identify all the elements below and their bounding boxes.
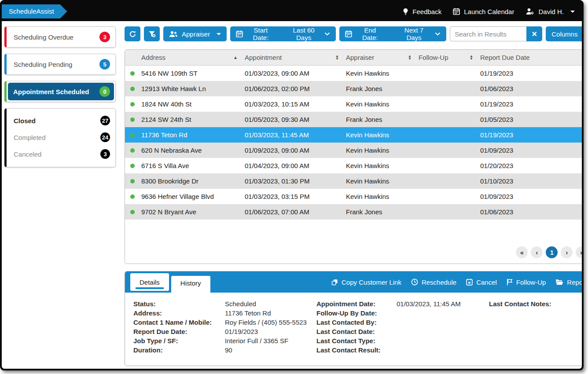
sidebar-item-canceled[interactable]: Canceled 3 xyxy=(14,146,110,162)
sidebar-item-scheduling-pending[interactable]: Scheduling Pending 5 xyxy=(4,54,116,75)
sidebar-item-label: Canceled xyxy=(14,150,41,158)
followup-button[interactable]: Follow-Up xyxy=(507,279,546,286)
column-header-followup[interactable]: Follow-Up ▲▼ xyxy=(419,54,480,61)
column-header-address[interactable]: Address ▲ xyxy=(125,54,245,61)
status-dot-icon xyxy=(130,133,135,137)
field-job-type-sf: Job Type / SF:Interior Full / 3365 SF xyxy=(133,336,316,345)
field-last-contact-type: Last Contact Type: xyxy=(316,336,489,345)
sidebar-item-label: Completed xyxy=(14,134,46,141)
sidebar-item-closed[interactable]: Closed 27 xyxy=(14,112,110,129)
status-sidebar: Scheduling Overdue 3 Scheduling Pending … xyxy=(2,21,116,369)
report-button[interactable]: Report xyxy=(555,279,582,286)
column-header-appraiser[interactable]: Appraiser ▲▼ xyxy=(346,54,419,61)
copy-customer-link-button[interactable]: Copy Customer Link xyxy=(331,279,401,286)
table-row[interactable]: 5416 NW 109th ST 01/03/2023, 09:00 AM Ke… xyxy=(125,66,582,81)
screen: ScheduleAssist Feedback Launch Calendar … xyxy=(0,0,588,374)
field-address: Address:11736 Teton Rd xyxy=(133,308,316,318)
count-badge: 0 xyxy=(99,86,110,97)
column-header-appointment[interactable]: Appointment ▲▼ xyxy=(245,54,346,61)
clear-search-button[interactable]: ✕ xyxy=(526,26,542,41)
copy-icon xyxy=(331,279,338,286)
end-date-filter-button[interactable]: End Date: Next 7 Days xyxy=(339,26,446,41)
clear-filters-button[interactable] xyxy=(144,26,160,41)
details-tabs: Details History xyxy=(130,271,210,293)
previous-page-button[interactable]: ‹ xyxy=(531,246,543,258)
user-gear-icon xyxy=(526,8,534,15)
pagination: « ‹ 1 › » xyxy=(516,246,582,258)
start-date-filter-button[interactable]: Start Date: Last 60 Days xyxy=(230,26,336,41)
details-panel: Details History Copy Customer Link xyxy=(125,271,582,366)
field-status: Status:Scheduled xyxy=(133,299,316,308)
table-row-selected[interactable]: 11736 Teton Rd 01/03/2023, 11:45 AM Kevi… xyxy=(125,127,582,143)
sort-ascending-icon: ▲ xyxy=(233,55,238,60)
user-menu[interactable]: David H. xyxy=(526,8,575,15)
table-row[interactable]: 2124 SW 24th St 01/05/2023, 09:30 AM Fra… xyxy=(125,112,582,127)
appraiser-filter-label: Appraiser xyxy=(182,30,210,38)
page-number-button[interactable]: 1 xyxy=(546,246,558,258)
sidebar-item-appointment-scheduled[interactable]: Appointment Scheduled 0 xyxy=(4,81,116,102)
sidebar-item-label: Scheduling Pending xyxy=(14,61,72,68)
active-sidebar-pill: Appointment Scheduled 0 xyxy=(8,83,114,100)
filter-toolbar: Appraiser Start Date: Last 60 Days xyxy=(125,26,582,41)
table-row[interactable]: 12913 White Hawk Ln 01/06/2023, 02:00 PM… xyxy=(125,81,582,96)
feedback-label: Feedback xyxy=(412,8,441,15)
table-row[interactable]: 1824 NW 40th St 01/03/2023, 10:15 AM Kev… xyxy=(125,96,582,112)
column-header-report-due-date[interactable]: Report Due Date ▲▼ xyxy=(480,54,582,61)
count-badge: 3 xyxy=(99,32,110,42)
app-logo: ScheduleAssist xyxy=(2,4,67,18)
refresh-button[interactable] xyxy=(125,26,140,41)
reschedule-button[interactable]: Reschedule xyxy=(411,279,456,286)
field-followup-by-date: Follow-Up By Date: xyxy=(316,308,489,318)
sidebar-item-completed[interactable]: Completed 24 xyxy=(14,129,110,146)
feedback-button[interactable]: Feedback xyxy=(403,8,441,15)
field-contact1: Contact 1 Name / Mobile:Roy Fields / (40… xyxy=(133,318,316,327)
status-dot-icon xyxy=(130,71,135,76)
chevron-down-icon xyxy=(570,11,575,13)
sidebar-item-scheduling-overdue[interactable]: Scheduling Overdue 3 xyxy=(4,26,116,48)
cancel-button[interactable]: Cancel xyxy=(466,279,497,286)
next-page-button[interactable]: › xyxy=(561,246,573,258)
field-report-due-date: Report Due Date:01/19/2023 xyxy=(133,327,316,336)
last-page-button[interactable]: » xyxy=(576,246,582,258)
filter-remove-icon xyxy=(148,30,156,38)
chevron-down-icon xyxy=(324,32,330,36)
app-window: ScheduleAssist Feedback Launch Calendar … xyxy=(0,0,584,370)
status-dot-icon xyxy=(130,148,135,153)
count-badge: 24 xyxy=(100,132,110,142)
main-content: Appraiser Start Date: Last 60 Days xyxy=(116,21,582,369)
end-date-label: End Date: xyxy=(356,26,384,41)
status-dot-icon xyxy=(130,194,135,199)
lightbulb-icon xyxy=(403,8,408,15)
tab-history[interactable]: History xyxy=(171,276,210,293)
field-appointment-date: Appointment Date:01/03/2023, 11:45 AM xyxy=(316,299,489,308)
appointments-table: Address ▲ Appointment ▲▼ Appraiser ▲▼ Fo… xyxy=(125,49,582,264)
end-date-value: Next 7 Days xyxy=(397,26,431,41)
refresh-icon xyxy=(129,30,136,38)
columns-button[interactable]: Columns xyxy=(546,26,582,41)
sidebar-item-label: Appointment Scheduled xyxy=(13,88,89,95)
appraiser-filter-button[interactable]: Appraiser xyxy=(163,26,227,41)
flag-icon xyxy=(507,279,513,286)
user-name-label: David H. xyxy=(538,8,564,15)
details-content: Status:Scheduled Address:11736 Teton Rd … xyxy=(125,293,582,355)
app-body: Scheduling Overdue 3 Scheduling Pending … xyxy=(2,21,582,369)
launch-calendar-label: Launch Calendar xyxy=(464,8,514,15)
folder-open-icon xyxy=(555,279,563,285)
count-badge: 5 xyxy=(99,59,110,70)
calendar-x-icon xyxy=(466,279,473,286)
table-row[interactable]: 620 N Nebraska Ave 01/09/2023, 09:00 AM … xyxy=(125,143,582,158)
status-dot-icon xyxy=(130,87,135,91)
sidebar-item-label: Closed xyxy=(14,117,36,125)
status-dot-icon xyxy=(130,210,135,214)
table-row[interactable]: 6716 S Villa Ave 01/04/2023, 09:00 AM Ke… xyxy=(125,158,582,173)
status-dot-icon xyxy=(130,164,135,168)
close-icon: ✕ xyxy=(532,30,537,38)
tab-details[interactable]: Details xyxy=(130,273,169,291)
first-page-button[interactable]: « xyxy=(516,246,528,258)
table-row[interactable]: 9636 Hefner Village Blvd 01/03/2023, 03:… xyxy=(125,189,582,204)
table-row[interactable]: 8300 Brookridge Dr 01/03/2023, 01:30 PM … xyxy=(125,173,582,189)
table-row[interactable]: 9702 N Bryant Ave 01/06/2023, 07:00 AM F… xyxy=(125,204,582,220)
start-date-value: Last 60 Days xyxy=(287,26,320,41)
launch-calendar-button[interactable]: Launch Calendar xyxy=(453,8,514,15)
search-input[interactable] xyxy=(450,26,526,41)
